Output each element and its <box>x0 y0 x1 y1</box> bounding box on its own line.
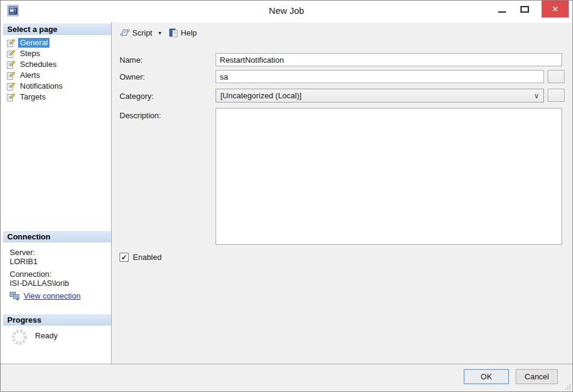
view-connection-link[interactable]: View connection <box>24 291 80 300</box>
name-input[interactable] <box>216 53 562 66</box>
script-icon <box>120 28 130 37</box>
sidebar-item-notifications[interactable]: Notifications <box>1 81 109 92</box>
progress-header: Progress <box>3 314 111 326</box>
sidebar-item-steps[interactable]: Steps <box>1 48 109 59</box>
sidebar: Select a page General Steps Schedules Al… <box>1 22 111 364</box>
footer: OK Cancel <box>1 364 572 391</box>
ok-button[interactable]: OK <box>464 369 509 384</box>
sidebar-item-label: Notifications <box>18 81 65 91</box>
close-icon: ✕ <box>552 4 559 14</box>
script-label: Script <box>132 28 152 37</box>
check-icon: ✓ <box>121 253 127 262</box>
sidebar-item-alerts[interactable]: Alerts <box>1 70 109 81</box>
page-edit-icon <box>7 39 15 47</box>
maximize-button[interactable] <box>513 1 537 17</box>
owner-browse-button[interactable] <box>548 70 565 83</box>
sidebar-item-label: Alerts <box>18 71 42 80</box>
sidebar-item-schedules[interactable]: Schedules <box>1 59 109 70</box>
page-tree: General Steps Schedules Alerts Notificat… <box>1 37 109 103</box>
script-dropdown-icon[interactable]: ▾ <box>158 30 161 36</box>
progress-status-text: Ready <box>35 331 58 340</box>
sidebar-item-label: General <box>18 38 50 48</box>
server-value: LORIB1 <box>10 257 106 266</box>
page-edit-icon <box>7 49 15 58</box>
help-icon <box>168 28 178 37</box>
script-button[interactable]: Script <box>118 27 155 39</box>
enabled-checkbox[interactable]: ✓ <box>120 253 129 262</box>
page-edit-icon <box>7 93 15 101</box>
category-label: Category: <box>120 92 153 101</box>
toolbar: Script ▾ Help <box>118 26 199 39</box>
description-textarea[interactable] <box>216 108 562 245</box>
enabled-label: Enabled <box>133 253 162 262</box>
sidebar-item-general[interactable]: General <box>1 37 109 48</box>
owner-label: Owner: <box>120 72 145 81</box>
connection-value: ISI-DALLAS\lorib <box>10 279 106 288</box>
sidebar-item-label: Targets <box>18 92 48 102</box>
maximize-icon <box>520 6 529 13</box>
new-job-dialog: New Job ✕ Select a page General Steps Sc… <box>0 0 573 392</box>
page-edit-icon <box>7 60 15 69</box>
page-edit-icon <box>7 71 15 80</box>
sidebar-item-label: Steps <box>18 49 42 58</box>
select-a-page-header: Select a page <box>3 24 111 35</box>
name-label: Name: <box>120 55 142 65</box>
category-selected-value: [Uncategorized (Local)] <box>220 91 301 100</box>
category-dropdown[interactable]: [Uncategorized (Local)] ∨ <box>216 89 544 103</box>
network-connection-icon <box>10 291 20 300</box>
help-button[interactable]: Help <box>166 27 199 39</box>
close-button[interactable]: ✕ <box>542 1 569 17</box>
enabled-row: ✓ Enabled <box>120 253 162 262</box>
sidebar-item-targets[interactable]: Targets <box>1 92 109 103</box>
page-edit-icon <box>7 82 15 90</box>
sidebar-item-label: Schedules <box>18 60 59 69</box>
main-panel: Script ▾ Help Name: Owner: Category: [Un… <box>111 22 572 364</box>
owner-input[interactable] <box>216 70 544 83</box>
cancel-button[interactable]: Cancel <box>516 369 558 384</box>
spinner-icon <box>11 329 28 346</box>
minimize-button[interactable] <box>491 1 513 17</box>
resize-grip[interactable] <box>565 384 571 390</box>
connection-header: Connection <box>3 231 111 242</box>
help-label: Help <box>181 28 197 37</box>
description-label: Description: <box>120 111 161 120</box>
connection-label: Connection: <box>10 270 106 279</box>
window-title: New Job <box>1 5 572 16</box>
server-label: Server: <box>10 248 106 257</box>
category-browse-button[interactable] <box>548 89 565 102</box>
titlebar: New Job ✕ <box>1 1 572 20</box>
minimize-icon <box>498 11 506 13</box>
progress-status: Ready <box>11 329 58 346</box>
connection-info: Server: LORIB1 Connection: ISI-DALLAS\lo… <box>10 248 106 300</box>
chevron-down-icon: ∨ <box>534 92 539 100</box>
